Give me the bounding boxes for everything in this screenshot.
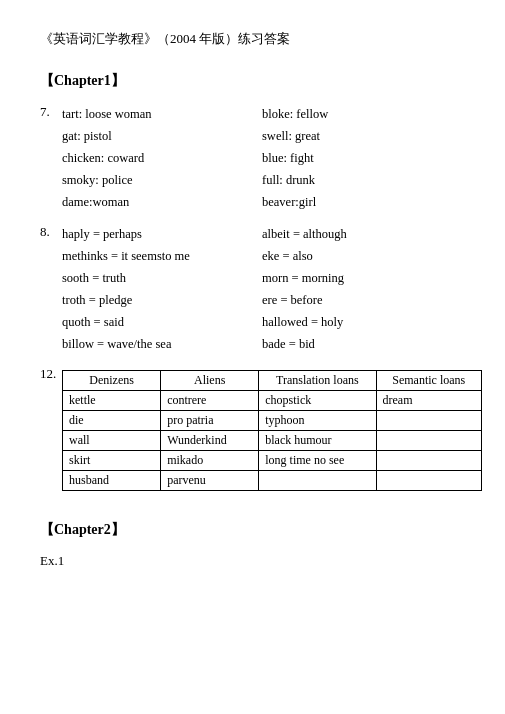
ex7-left-4: dame:woman — [62, 192, 262, 212]
ex7-right-0: bloke: fellow — [262, 104, 465, 124]
table-cell-3-0: skirt — [63, 451, 161, 471]
col-denizens: Denizens — [63, 371, 161, 391]
chapter2-section: 【Chapter2】 Ex.1 — [40, 521, 465, 569]
ex7-right-col: bloke: fellow swell: great blue: fight f… — [262, 104, 465, 214]
ex8-left-col: haply = perhaps methinks = it seemsto me… — [62, 224, 262, 356]
table-row: diepro patriatyphoon — [63, 411, 482, 431]
exercise-7: 7. tart: loose woman gat: pistol chicken… — [40, 104, 465, 214]
ex8-left-4: quoth = said — [62, 312, 262, 332]
ex8-right-5: bade = bid — [262, 334, 465, 354]
col-aliens: Aliens — [161, 371, 259, 391]
table-cell-3-2: long time no see — [259, 451, 376, 471]
ex7-right-2: blue: fight — [262, 148, 465, 168]
table-header-row: Denizens Aliens Translation loans Semant… — [63, 371, 482, 391]
ex8-number: 8. — [40, 224, 62, 356]
ex8-content: haply = perhaps methinks = it seemsto me… — [62, 224, 465, 356]
col-semantic-loans: Semantic loans — [376, 371, 482, 391]
table-cell-4-0: husband — [63, 471, 161, 491]
ex8-right-4: hallowed = holy — [262, 312, 465, 332]
table-cell-2-1: Wunderkind — [161, 431, 259, 451]
table-cell-4-2 — [259, 471, 376, 491]
table-row: wallWunderkindblack humour — [63, 431, 482, 451]
ex8-left-5: billow = wave/the sea — [62, 334, 262, 354]
col-translation-loans: Translation loans — [259, 371, 376, 391]
table-cell-3-1: mikado — [161, 451, 259, 471]
ex1-label: Ex.1 — [40, 553, 465, 569]
ex8-right-col: albeit = although eke = also morn = morn… — [262, 224, 465, 356]
ex8-left-3: troth = pledge — [62, 290, 262, 310]
page-title: 《英语词汇学教程》（2004 年版）练习答案 — [40, 30, 465, 48]
ex8-left-1: methinks = it seemsto me — [62, 246, 262, 266]
chapter2-heading: 【Chapter2】 — [40, 521, 465, 539]
exercise-12: 12. Denizens Aliens Translation loans Se… — [40, 366, 465, 491]
table-row: skirtmikadolong time no see — [63, 451, 482, 471]
table-cell-3-3 — [376, 451, 482, 471]
ex8-right-2: morn = morning — [262, 268, 465, 288]
ex12-table: Denizens Aliens Translation loans Semant… — [62, 370, 482, 491]
table-cell-1-3 — [376, 411, 482, 431]
ex8-left-0: haply = perhaps — [62, 224, 262, 244]
table-cell-0-3: dream — [376, 391, 482, 411]
table-cell-1-0: die — [63, 411, 161, 431]
table-cell-0-1: contrere — [161, 391, 259, 411]
ex8-right-0: albeit = although — [262, 224, 465, 244]
chapter1-heading: 【Chapter1】 — [40, 72, 465, 90]
ex7-number: 7. — [40, 104, 62, 214]
ex7-left-0: tart: loose woman — [62, 104, 262, 124]
table-cell-1-2: typhoon — [259, 411, 376, 431]
table-cell-0-2: chopstick — [259, 391, 376, 411]
table-row: kettlecontrerechopstickdream — [63, 391, 482, 411]
ex7-right-4: beaver:girl — [262, 192, 465, 212]
table-cell-0-0: kettle — [63, 391, 161, 411]
ex7-left-3: smoky: police — [62, 170, 262, 190]
ex12-content: Denizens Aliens Translation loans Semant… — [62, 366, 482, 491]
exercise-8: 8. haply = perhaps methinks = it seemsto… — [40, 224, 465, 356]
table-cell-1-1: pro patria — [161, 411, 259, 431]
table-row: husbandparvenu — [63, 471, 482, 491]
table-cell-2-2: black humour — [259, 431, 376, 451]
ex7-left-1: gat: pistol — [62, 126, 262, 146]
table-cell-2-0: wall — [63, 431, 161, 451]
ex7-content: tart: loose woman gat: pistol chicken: c… — [62, 104, 465, 214]
ex7-right-3: full: drunk — [262, 170, 465, 190]
table-cell-2-3 — [376, 431, 482, 451]
ex7-left-col: tart: loose woman gat: pistol chicken: c… — [62, 104, 262, 214]
ex7-left-2: chicken: coward — [62, 148, 262, 168]
ex8-right-1: eke = also — [262, 246, 465, 266]
table-cell-4-1: parvenu — [161, 471, 259, 491]
table-cell-4-3 — [376, 471, 482, 491]
ex8-left-2: sooth = truth — [62, 268, 262, 288]
ex7-right-1: swell: great — [262, 126, 465, 146]
ex8-right-3: ere = before — [262, 290, 465, 310]
ex12-number: 12. — [40, 366, 62, 382]
